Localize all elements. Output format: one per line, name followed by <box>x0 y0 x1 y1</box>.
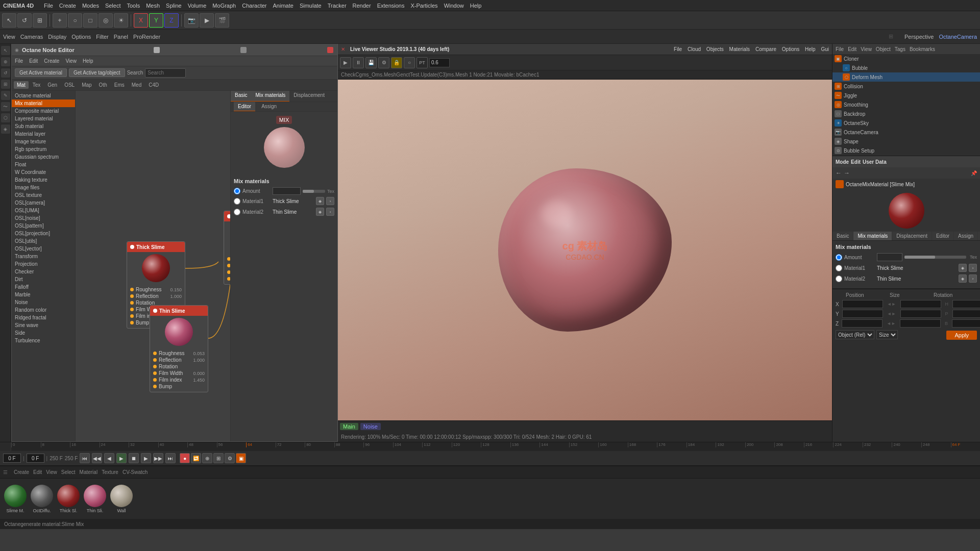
ne-menu-help[interactable]: Help <box>83 58 93 64</box>
mat-item-osl-proj[interactable]: OSL[projection] <box>12 230 75 237</box>
menu-create[interactable]: Create <box>59 3 76 9</box>
rp-mat2-btn2[interactable]: › <box>969 274 977 283</box>
toolbar-rotate[interactable]: ↺ <box>17 13 32 28</box>
playback-stop[interactable]: ⏹ <box>129 453 139 463</box>
ne-close-btn[interactable] <box>327 47 333 53</box>
toolbar-scale[interactable]: ⊞ <box>33 13 47 28</box>
toolbar-add[interactable]: + <box>53 13 67 28</box>
mat-tab-tex[interactable]: Tex <box>30 81 44 89</box>
ne-menu-edit[interactable]: Edit <box>29 58 38 64</box>
mat-item-ridged[interactable]: Ridged fractal <box>12 314 75 321</box>
mat-item-osl-cam[interactable]: OSL[camera] <box>12 199 75 207</box>
mat2-btn2[interactable]: › <box>326 208 334 216</box>
mat-item-noise[interactable]: Noise <box>12 298 75 306</box>
tree-item-backdrop[interactable]: □ Backdrop <box>832 109 980 118</box>
sidebar-icon-move[interactable]: ⊕ <box>1 57 10 66</box>
toolbar-z[interactable]: Z <box>164 13 179 28</box>
mat-item-w-coord[interactable]: W Coordinate <box>12 168 75 176</box>
tree-item-octanecamera[interactable]: 📷 OctaneCamera <box>832 128 980 137</box>
tab-main[interactable]: Main <box>340 423 358 430</box>
slime-mix-node[interactable]: Slime Mix Amount 0.500 Material1 <box>224 211 230 285</box>
props-z-pos[interactable]: 0 cm <box>842 319 883 328</box>
display-menu[interactable]: Display <box>48 34 66 40</box>
filter-menu[interactable]: Filter <box>96 34 108 40</box>
mat-tab-med[interactable]: Med <box>129 81 144 89</box>
toolbar-render[interactable]: 🎬 <box>215 13 229 28</box>
vp-btn-stop[interactable]: ⏸ <box>353 57 364 68</box>
mat-item-layer[interactable]: Material layer <box>12 130 75 138</box>
playback-prev[interactable]: ◀◀ <box>92 453 102 463</box>
shelf-menu-edit[interactable]: Edit <box>33 469 42 475</box>
tree-item-jiggle[interactable]: 〜 Jiggle <box>832 91 980 100</box>
mat-item-layered[interactable]: Layered material <box>12 115 75 122</box>
rp-amount-input[interactable]: 0.5 <box>877 253 902 261</box>
tab-noise[interactable]: Noise <box>360 423 381 430</box>
mat-item-gaussian[interactable]: Gaussian spectrum <box>12 153 75 161</box>
scene-object-label[interactable]: Object <box>876 46 891 52</box>
mat-tab-oth[interactable]: Oth <box>96 81 110 89</box>
rp-tab-mix[interactable]: Mix materials <box>853 232 892 240</box>
frame-current-input[interactable] <box>27 454 44 463</box>
rp-edit[interactable]: Edit <box>851 159 861 165</box>
amount-input[interactable]: 0.5 <box>273 187 301 195</box>
pb-options2[interactable]: ⊞ <box>213 453 224 463</box>
pb-record-btn[interactable]: ● <box>180 453 190 463</box>
props-p-rot[interactable]: 0° <box>952 310 980 318</box>
rp-amount-slider[interactable] <box>904 256 966 259</box>
rp-userdata[interactable]: User Data <box>863 159 887 165</box>
sidebar-icon-mesh[interactable]: ⬡ <box>1 113 10 122</box>
pb-loop-btn[interactable]: 🔁 <box>191 453 201 463</box>
props-x-size[interactable]: 459.578 cm <box>900 300 941 308</box>
view-menu[interactable]: View <box>3 34 15 40</box>
lv-menu-file[interactable]: File <box>674 46 682 52</box>
mat-item-marble[interactable]: Marble <box>12 291 75 298</box>
node-canvas[interactable]: Thick Slime Roughness 0.150 Reflection 1… <box>76 91 230 441</box>
mat-item-osl-vec[interactable]: OSL[vector] <box>12 245 75 253</box>
shelf-item-wall[interactable]: Wall <box>110 485 133 513</box>
vp-btn-save[interactable]: 💾 <box>365 57 377 68</box>
mat-item-random-color[interactable]: Random color <box>12 306 75 314</box>
ne-menu-view[interactable]: View <box>65 58 77 64</box>
options-menu[interactable]: Options <box>71 34 91 40</box>
scene-tags-label[interactable]: Tags <box>895 46 905 52</box>
rp-forward-btn[interactable]: → <box>844 169 850 177</box>
vp-btn-settings[interactable]: ⚙ <box>378 57 389 68</box>
ne-minimize-btn[interactable] <box>154 47 160 53</box>
mat-item-side[interactable]: Side <box>12 329 75 337</box>
rp-back-btn[interactable]: ← <box>836 169 842 177</box>
toolbar-anim[interactable]: ▶ <box>200 13 214 28</box>
lv-menu-gui[interactable]: Gui <box>821 46 829 52</box>
live-viewer-close[interactable]: ✕ <box>341 46 345 52</box>
mat-tab-map[interactable]: Map <box>79 81 94 89</box>
sidebar-icon-rotate[interactable]: ↺ <box>1 68 10 78</box>
menu-animate[interactable]: Animate <box>273 3 293 9</box>
mat-item-baking[interactable]: Baking texture <box>12 176 75 184</box>
pb-octane1[interactable]: ▣ <box>236 453 246 463</box>
tree-item-octanesky[interactable]: ☀ OctaneSky <box>832 118 980 128</box>
ne-subtab-editor[interactable]: Editor <box>234 102 255 111</box>
toolbar-light[interactable]: ☀ <box>114 13 128 28</box>
vp-btn-play[interactable]: ▶ <box>340 57 351 68</box>
mat-tab-osl[interactable]: OSL <box>61 81 78 89</box>
shelf-menu-create[interactable]: Create <box>14 469 29 475</box>
lv-menu-objects[interactable]: Objects <box>706 46 724 52</box>
shelf-item-thin-sli[interactable]: Thin Sli. <box>84 485 106 513</box>
lv-menu-cloud[interactable]: Cloud <box>688 46 701 52</box>
mat-item-projection[interactable]: Projection <box>12 260 75 268</box>
scene-file-label[interactable]: File <box>836 46 844 52</box>
lv-menu-help[interactable]: Help <box>805 46 816 52</box>
menu-volume[interactable]: Volume <box>188 3 207 9</box>
mat-tab-c4d[interactable]: C4D <box>145 81 162 89</box>
props-z-size[interactable]: 459.578 cm <box>900 319 941 328</box>
menu-render[interactable]: Render <box>353 3 371 9</box>
ne-tab-displacement[interactable]: Displacement <box>289 91 329 102</box>
shelf-menu-material[interactable]: Material <box>80 469 98 475</box>
mat-item-transform[interactable]: Transform <box>12 253 75 260</box>
tree-item-smoothing[interactable]: ◎ Smoothing <box>832 100 980 109</box>
mat1-radio[interactable] <box>234 198 240 205</box>
rp-mat1-btn2[interactable]: › <box>969 264 977 272</box>
sidebar-icon-select[interactable]: ↖ <box>1 46 10 55</box>
rp-amount-radio[interactable] <box>836 254 842 261</box>
ne-menu-file[interactable]: File <box>15 58 23 64</box>
mat-tab-gen[interactable]: Gen <box>44 81 60 89</box>
